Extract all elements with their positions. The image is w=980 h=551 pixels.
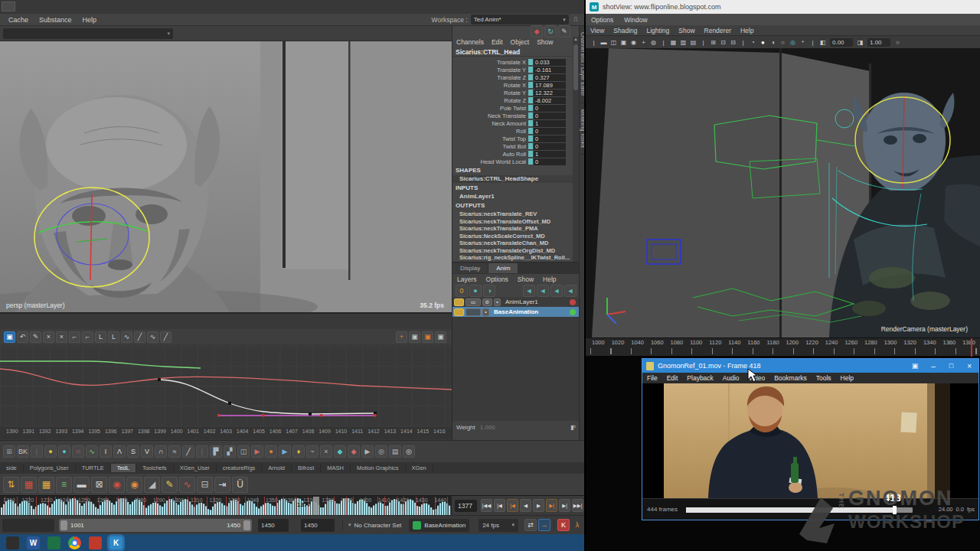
render-viewport[interactable]: RenderCamera (masterLayer) (586, 48, 980, 337)
range-slider[interactable]: 1001 1450 (59, 519, 252, 532)
layer-editor-menu-item[interactable]: Help (538, 276, 560, 283)
shotview-toolbar-icon[interactable]: | (738, 37, 748, 47)
anim-toolbar-icon[interactable]: ∿ (86, 445, 98, 458)
shelf-icon[interactable]: Ü (232, 477, 248, 493)
shelf-icon[interactable]: ≡ (56, 477, 72, 493)
shelf-tab[interactable]: Bifrost (292, 464, 321, 472)
graph-editor-tool-icon[interactable]: ✎ (30, 331, 41, 343)
shotview-toolbar-icon[interactable]: ⊞ (708, 37, 718, 47)
anim-toolbar-icon[interactable]: × (320, 445, 332, 458)
attribute-value[interactable]: -0.161 (534, 67, 566, 73)
taskbar-chrome-icon[interactable] (68, 536, 81, 549)
graph-editor-tool-icon[interactable]: × (43, 331, 54, 343)
transport-button[interactable]: ▶| (546, 499, 557, 512)
graph-editor-tool-icon[interactable]: × (56, 331, 67, 343)
weight-key-icon[interactable]: ▮ᵏ (570, 424, 576, 431)
transport-button[interactable]: ▶▶| (572, 499, 583, 512)
graph-editor-view-icon[interactable]: ▣ (422, 331, 433, 343)
viewport-menu-item[interactable]: Renderer (700, 27, 736, 34)
toolbar-value-field[interactable]: 0.00 (830, 38, 853, 47)
shotview-toolbar-icon[interactable]: ◑ (768, 37, 778, 47)
shelf-icon[interactable]: ▬ (74, 477, 90, 493)
transport-button[interactable]: ▶ (533, 499, 544, 512)
graph-editor-tool-icon[interactable]: L (95, 331, 106, 343)
time-slider[interactable]: 1210122012301240125012601270128012901300… (0, 495, 452, 515)
workspace-select[interactable]: Ted Anim* ▾ (471, 15, 569, 24)
scroll-thumb[interactable] (573, 44, 578, 90)
anim-toolbar-icon[interactable]: ▤ (389, 445, 401, 458)
anim-toolbar-icon[interactable]: S (127, 445, 139, 458)
viewport-menu-item[interactable]: Help (736, 27, 758, 34)
layer-filter-icon[interactable]: ◄ (523, 285, 535, 297)
anim-toolbar-icon[interactable]: ▶ (279, 445, 291, 458)
video-menu-item[interactable]: Playback (682, 374, 718, 382)
output-node[interactable]: Sicarius:neckTranslateChan_MD (452, 240, 573, 247)
video-titlebar[interactable]: GnomonRef_01.mov - Frame 418 ▣ – □ × (642, 359, 978, 373)
layer-key-icon[interactable]: ▭ (466, 298, 481, 306)
channel-box-scrollbar[interactable]: ▲ ▼ (573, 37, 579, 271)
attribute-value[interactable]: 0 (534, 135, 566, 142)
layer-editor-tab[interactable]: Display (452, 263, 488, 273)
layer-editor-tab[interactable]: Anim (488, 263, 518, 273)
shotview-toolbar-icon[interactable]: ▥ (678, 37, 688, 47)
layer-mute-icon[interactable]: ⊘ (482, 298, 492, 306)
renderer-select[interactable]: ▾ (3, 28, 173, 39)
animation-curves[interactable] (0, 346, 452, 425)
channel-box-icon[interactable]: ◆ (531, 25, 543, 37)
graph-editor-tool-icon[interactable]: ∿ (147, 331, 158, 343)
graph-editor-view-icon[interactable]: ▣ (435, 331, 446, 343)
channel-box-menu-item[interactable]: Object (507, 38, 534, 46)
attribute-key-chip[interactable] (528, 151, 533, 157)
auto-keyframe-button[interactable]: K (557, 519, 570, 531)
graph-editor-tool-icon[interactable]: ╱ (160, 331, 172, 343)
shotview-toolbar-icon[interactable]: | (589, 37, 599, 47)
layer-solo-icon[interactable]: • (482, 308, 489, 316)
shotview-toolbar-icon[interactable]: * (798, 37, 808, 47)
layer-filter-icon[interactable]: ◄ (550, 285, 563, 297)
attribute-value[interactable]: 12.322 (534, 90, 566, 96)
viewport-menu-item[interactable]: View (586, 27, 609, 34)
attribute-key-chip[interactable] (528, 67, 533, 73)
shelf-tab[interactable]: TedL (111, 464, 136, 472)
maya-menu-item[interactable]: Help (77, 16, 103, 24)
anim-toolbar-icon[interactable]: ⊞ (3, 445, 15, 458)
transport-button[interactable]: ▶| (559, 499, 570, 512)
attribute-value[interactable]: 17.089 (534, 82, 566, 89)
anim-toolbar-icon[interactable]: ◆ (348, 445, 360, 458)
fps-select[interactable]: 24 fps ▾ (479, 519, 518, 532)
layer-editor-menu-item[interactable]: Show (513, 276, 538, 283)
anim-start-field[interactable]: 1450 (258, 519, 289, 532)
current-frame-field[interactable]: 1377 (455, 500, 477, 512)
attribute-value[interactable]: 1 (534, 120, 566, 127)
shelf-icon[interactable]: ⊠ (91, 477, 107, 493)
shotview-titlebar[interactable]: M shotView: www.fliponline.blogspot.com (586, 0, 980, 14)
range-start-handle[interactable] (60, 520, 67, 530)
attribute-key-chip[interactable] (528, 82, 533, 88)
anim-toolbar-icon[interactable]: ▞ (224, 445, 236, 458)
shelf-icon[interactable]: ▦ (38, 477, 54, 493)
graph-editor-tool-icon[interactable]: ⌐ (82, 331, 93, 343)
base-animation-row[interactable]: • BaseAnimation (452, 307, 580, 317)
maximize-button[interactable]: □ (942, 362, 960, 370)
layer-create-icon[interactable]: ◑ (483, 285, 495, 297)
shotview-toolbar-icon[interactable]: | (698, 37, 708, 47)
shotview-menu-item[interactable]: Window (619, 16, 652, 24)
character-set-label[interactable]: No Character Set (354, 522, 402, 529)
attribute-key-chip[interactable] (528, 120, 533, 126)
channel-box-menu-item[interactable]: Channels (452, 38, 488, 46)
anim-toolbar-icon[interactable]: ▶ (361, 445, 374, 458)
anim-toolbar-icon[interactable]: ≈ (168, 445, 181, 458)
shotview-toolbar-icon[interactable]: ○ (778, 37, 788, 47)
shotview-toolbar-icon[interactable]: ⊡ (718, 37, 728, 47)
output-node[interactable]: Sicarius:neckTranslateOrgDist_MD (452, 247, 573, 255)
shelf-icon[interactable]: ✎ (162, 477, 178, 493)
shotview-menu-item[interactable]: Options (586, 16, 619, 24)
anim-toolbar-icon[interactable]: BK (17, 445, 29, 458)
shotview-toolbar-icon[interactable]: | (808, 37, 818, 47)
transport-button[interactable]: ◀ (520, 499, 531, 512)
channel-box-menu-item[interactable]: Show (533, 38, 557, 46)
video-menu-item[interactable]: File (642, 374, 662, 382)
range-end-handle[interactable] (243, 520, 250, 530)
layer-solo-icon[interactable]: • (494, 298, 501, 306)
shotview-toolbar-icon[interactable]: + (639, 37, 648, 47)
